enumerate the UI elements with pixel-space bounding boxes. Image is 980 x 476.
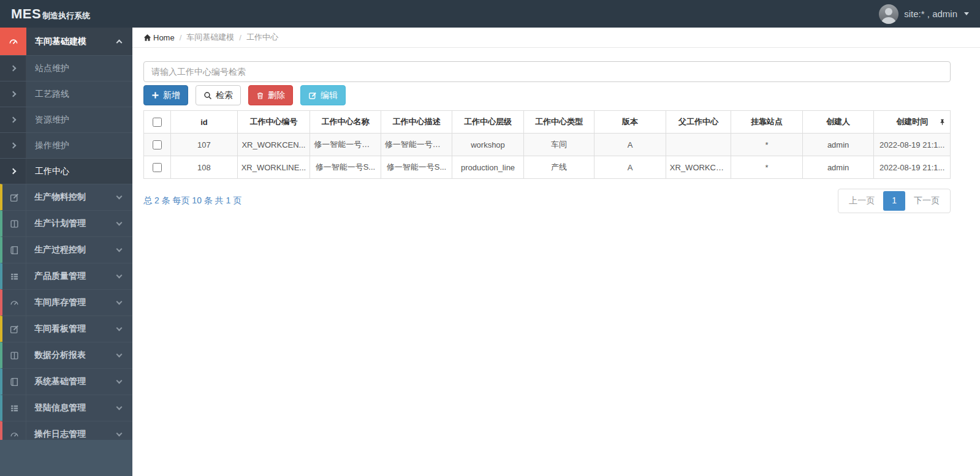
sidebar-item-label: 登陆信息管理 [26,395,117,421]
sidebar-group-label: 车间基础建模 [26,28,117,55]
brand-sub: 制造执行系统 [42,10,90,21]
breadcrumb-separator: / [239,33,241,42]
sidebar-item-process-route[interactable]: 工艺路线 [0,81,132,107]
plus-icon [151,91,159,99]
search-input[interactable] [143,61,951,82]
chevron-down-icon [117,290,132,315]
column-header-level: 工作中心层级 [452,111,524,134]
gauge-icon [0,28,26,55]
page-1-button[interactable]: 1 [883,191,905,211]
add-button-label: 新增 [163,90,180,101]
edit-icon [308,91,317,100]
chevron-down-icon [117,316,132,342]
table-footer: 总 2 条 每页 10 条 共 1 页 上一页 1 下一页 [143,189,951,213]
cell-name: 修一智能一号S... [310,156,381,179]
chevron-right-icon [0,81,26,107]
breadcrumb-home[interactable]: Home [143,33,175,42]
chevron-down-icon [117,184,132,210]
sidebar-item-resource-maintenance[interactable]: 资源维护 [0,107,132,132]
edit-button[interactable]: 编辑 [300,85,346,105]
cell-parent [666,134,731,156]
delete-button[interactable]: 删除 [248,85,293,105]
sidebar-item-system-management[interactable]: 系统基础管理 [0,368,132,395]
sidebar-item-label: 操作维护 [26,133,132,158]
gauge-icon [2,290,26,315]
table-row[interactable]: 107 XR_WORKCEN... 修一智能一号车间 修一智能一号车间 work… [144,134,951,156]
cell-created-time: 2022-08-19 21:1... [874,156,951,179]
sidebar-item-analysis-reports[interactable]: 数据分析报表 [0,342,132,368]
sidebar-item-material-control[interactable]: 生产物料控制 [0,184,132,210]
pin-icon[interactable] [939,118,946,126]
breadcrumb: Home / 车间基础建模 / 工作中心 [132,28,980,48]
sidebar-item-quality-management[interactable]: 产品质量管理 [0,263,132,289]
sidebar-item-label: 资源维护 [26,107,132,132]
sidebar: 车间基础建模 站点维护 工艺路线 资源维护 操作维护 工作中心 [0,28,132,476]
cell-type: 车间 [523,134,594,156]
row-select-cell [144,134,171,156]
table-header-row: id 工作中心编号 工作中心名称 工作中心描述 工作中心层级 工作中心类型 版本… [144,111,951,134]
sidebar-item-station-maintenance[interactable]: 站点维护 [0,55,132,81]
sidebar-item-login-info-management[interactable]: 登陆信息管理 [0,395,132,421]
pencil-square-icon [2,316,26,342]
list-icon [2,395,26,421]
select-all-checkbox[interactable] [153,118,162,127]
chevron-down-icon [117,211,132,236]
sidebar-item-operation-log-management[interactable]: 操作日志管理 [0,421,132,440]
row-checkbox[interactable] [153,140,162,149]
breadcrumb-item-current: 工作中心 [246,32,278,43]
column-header-label: 创建时间 [896,117,928,126]
sidebar-item-kanban-management[interactable]: 车间看板管理 [0,315,132,342]
add-button[interactable]: 新增 [143,85,188,105]
column-header-type: 工作中心类型 [523,111,594,134]
sidebar-item-inventory-management[interactable]: 车间库存管理 [0,289,132,315]
table-row[interactable]: 108 XR_WORKLINE... 修一智能一号S... 修一智能一号S...… [144,156,951,179]
sidebar-item-plan-management[interactable]: 生产计划管理 [0,210,132,236]
app-logo[interactable]: MES 制造执行系统 [11,6,90,22]
next-page-button[interactable]: 下一页 [905,191,948,211]
gauge-icon [2,421,26,440]
sidebar-menu: 车间基础建模 站点维护 工艺路线 资源维护 操作维护 工作中心 [0,28,132,440]
sidebar-item-process-control[interactable]: 生产过程控制 [0,236,132,263]
home-icon [143,34,151,42]
cell-version: A [594,134,666,156]
sidebar-item-label: 操作日志管理 [26,421,117,440]
sidebar-bottom-filler [0,440,132,476]
breadcrumb-home-label: Home [153,33,175,42]
cell-level: workshop [452,134,524,156]
cell-code: XR_WORKCEN... [237,134,310,156]
cell-description: 修一智能一号车间 [381,134,452,156]
sidebar-item-operation-maintenance[interactable]: 操作维护 [0,132,132,158]
chevron-down-icon [117,395,132,421]
chevron-down-icon [117,369,132,395]
cell-station: * [731,134,803,156]
sidebar-item-label: 站点维护 [26,56,132,81]
search-button[interactable]: 检索 [196,85,241,105]
column-header-version: 版本 [594,111,666,134]
column-header-name: 工作中心名称 [310,111,381,134]
sidebar-item-work-center[interactable]: 工作中心 [0,158,132,184]
sidebar-item-label: 数据分析报表 [26,342,117,368]
avatar [879,4,898,24]
breadcrumb-separator: / [180,33,182,42]
sidebar-item-label: 产品质量管理 [26,263,117,289]
search-button-label: 检索 [216,90,233,101]
edit-button-label: 编辑 [321,90,338,101]
cell-description: 修一智能一号S... [381,156,452,179]
toolbar: 新增 检索 删除 编辑 [143,85,951,105]
column-header-code: 工作中心编号 [237,111,310,134]
chevron-down-icon [117,342,132,368]
prev-page-button[interactable]: 上一页 [840,191,883,211]
columns-icon [2,211,26,236]
row-checkbox[interactable] [153,163,162,172]
sidebar-group-workshop-modeling[interactable]: 车间基础建模 [0,28,132,55]
cell-creator: admin [802,156,874,179]
user-menu[interactable]: site:* , admin [879,4,969,24]
sidebar-item-label: 生产物料控制 [26,184,117,210]
cell-id: 108 [171,156,237,179]
topbar: MES 制造执行系统 site:* , admin [0,0,980,28]
book-icon [2,369,26,395]
cell-version: A [594,156,666,179]
column-header-description: 工作中心描述 [381,111,452,134]
list-icon [2,263,26,289]
cell-id: 107 [171,134,237,156]
